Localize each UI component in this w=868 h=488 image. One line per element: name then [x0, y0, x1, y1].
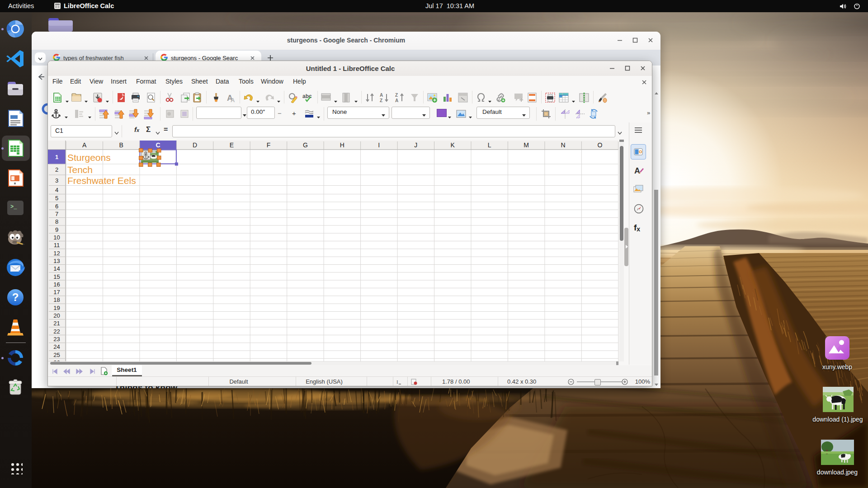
svg-text:A: A [634, 166, 640, 175]
svg-text:Freshwater Eels: Freshwater Eels [67, 175, 136, 186]
svg-text:7: 7 [55, 211, 58, 217]
svg-text:I: I [378, 141, 380, 149]
svg-text:A: A [231, 97, 235, 103]
svg-text:F: F [267, 141, 271, 149]
svg-text:H: H [340, 141, 344, 149]
svg-text:18: 18 [53, 296, 60, 303]
svg-text:17: 17 [53, 289, 60, 296]
svg-text:J: J [414, 141, 417, 149]
svg-text:O: O [598, 141, 603, 149]
svg-text:N: N [561, 141, 566, 149]
svg-text:5: 5 [55, 195, 58, 202]
svg-text:C: C [156, 141, 160, 149]
svg-text:16: 16 [53, 281, 60, 288]
svg-text:?: ? [12, 291, 19, 303]
svg-text:8: 8 [55, 218, 58, 225]
svg-text:Tench: Tench [67, 164, 93, 175]
svg-text:L: L [488, 141, 491, 149]
svg-text:24: 24 [53, 343, 60, 350]
svg-text:22: 22 [53, 328, 60, 335]
svg-text:2: 2 [55, 166, 58, 173]
svg-text:10: 10 [53, 234, 60, 241]
svg-text:19: 19 [53, 305, 60, 311]
svg-text:G: G [303, 141, 308, 149]
svg-text:13: 13 [53, 258, 60, 264]
svg-text:9: 9 [55, 226, 58, 233]
svg-text:21: 21 [53, 320, 60, 327]
svg-text:15: 15 [53, 273, 60, 280]
svg-text:A: A [82, 141, 87, 149]
svg-text:abc: abc [302, 93, 312, 99]
svg-text:4: 4 [55, 187, 58, 193]
svg-text:Z: Z [380, 98, 382, 103]
svg-text:12: 12 [53, 250, 60, 257]
svg-text:A: A [380, 93, 383, 98]
svg-text:25: 25 [53, 352, 60, 358]
svg-text:3: 3 [55, 177, 58, 184]
svg-text:E: E [230, 141, 234, 149]
svg-text:6: 6 [55, 203, 58, 210]
svg-text:20: 20 [53, 312, 60, 319]
svg-text:M: M [524, 141, 529, 149]
svg-text:23: 23 [53, 336, 60, 343]
svg-text:D: D [193, 141, 197, 149]
svg-text:B: B [119, 141, 123, 149]
svg-text:K: K [451, 141, 455, 149]
svg-text:A: A [395, 98, 398, 103]
svg-text:Z: Z [395, 93, 398, 98]
svg-text:I: I [396, 379, 398, 385]
svg-text:>_: >_ [10, 204, 17, 210]
svg-text:Sturgeons: Sturgeons [67, 152, 111, 163]
svg-text:11: 11 [54, 242, 60, 249]
svg-text:1: 1 [55, 154, 58, 160]
svg-text:14: 14 [53, 265, 60, 272]
